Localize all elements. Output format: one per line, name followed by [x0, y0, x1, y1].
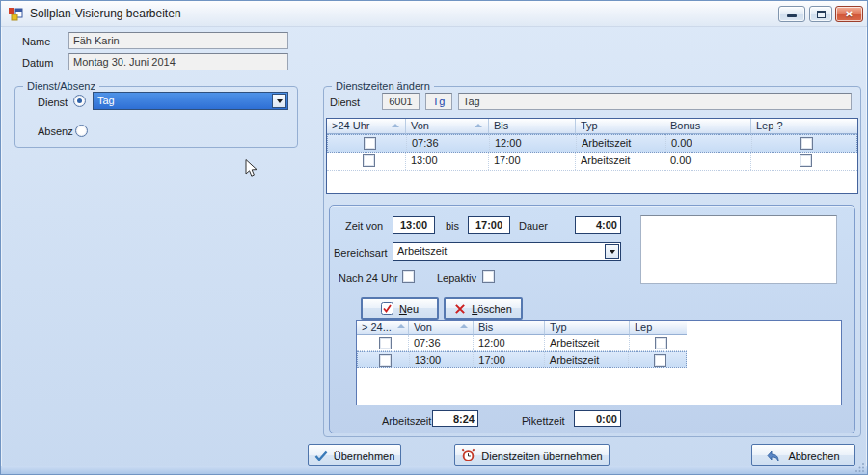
cell-bis: 17:00: [473, 352, 544, 367]
name-label: Name: [22, 36, 50, 47]
dienst-combobox-dropdown[interactable]: [272, 94, 286, 108]
cell-bonus: 0.00: [665, 153, 750, 170]
bereichsart-dropdown[interactable]: [605, 244, 619, 259]
bereichsart-combobox[interactable]: Arbeitszeit: [393, 242, 621, 261]
table-row[interactable]: 07:36 12:00 Arbeitszeit: [357, 335, 687, 351]
row-lep-checkbox[interactable]: [654, 354, 666, 367]
dienst-absenz-title: Dienst/Absenz: [23, 80, 99, 92]
table-row[interactable]: 07:36 12:00 Arbeitszeit 0.00: [327, 134, 857, 153]
datum-field: Montag 30. Juni 2014: [68, 53, 288, 70]
abbrechen-button[interactable]: Abbrechen: [751, 444, 855, 466]
col-header-von[interactable]: Von: [408, 321, 473, 335]
bereichsart-value: Arbeitszeit: [397, 244, 447, 259]
arbeitszeit-field: 8:24: [432, 410, 478, 427]
window-bottom-frame: [1, 466, 867, 474]
col-header-bis[interactable]: Bis: [488, 119, 575, 134]
cell-bis: 12:00: [489, 135, 576, 152]
cell-von: 07:36: [406, 135, 489, 152]
table-row[interactable]: 13:00 17:00 Arbeitszeit 0.00: [327, 153, 857, 171]
close-icon: ✕: [836, 9, 862, 19]
zeit-von-input[interactable]: 13:00: [393, 216, 435, 234]
dienstzeiten-table[interactable]: >24 Uhr Von Bis Typ Bonus Lep ? 07:36 12…: [326, 118, 858, 194]
col-header-lep[interactable]: Lep ?: [750, 119, 857, 134]
dienst-combobox[interactable]: Tag: [93, 92, 288, 110]
cell-typ: Arbeitszeit: [544, 335, 629, 350]
bis-input[interactable]: 17:00: [468, 216, 510, 234]
cell-von: 13:00: [409, 352, 474, 367]
dienst-radio-label: Dienst: [38, 97, 68, 108]
sort-asc-icon: [475, 124, 482, 127]
lepaktiv-label: Lepaktiv: [437, 272, 476, 284]
maximize-icon: [817, 11, 826, 18]
cell-bis: 17:00: [488, 153, 575, 170]
dienst-kurz-field: Tg: [425, 93, 452, 110]
table-header-row[interactable]: > 24... Von Bis Typ Lep: [357, 321, 841, 335]
lepaktiv-checkbox[interactable]: [482, 270, 495, 283]
dienst-field-label: Dienst: [330, 97, 360, 108]
table-row[interactable]: 13:00 17:00 Arbeitszeit: [357, 351, 687, 368]
dienstzeiten-uebernehmen-button[interactable]: Dienstzeiten übernehmen: [454, 444, 610, 466]
row-24uhr-checkbox[interactable]: [364, 137, 376, 150]
cell-bis: 12:00: [473, 335, 544, 350]
row-lep-checkbox[interactable]: [800, 137, 813, 150]
maximize-button[interactable]: [809, 6, 832, 22]
row-24-checkbox[interactable]: [379, 337, 392, 349]
col-header-bis[interactable]: Bis: [473, 321, 544, 335]
dropdown-arrow-icon: [610, 250, 615, 254]
memo-textbox[interactable]: [640, 215, 837, 284]
col-header-lep[interactable]: Lep: [629, 321, 687, 335]
title-bar[interactable]: Sollplan-Visierung bearbeiten ✕: [1, 1, 867, 27]
bereichsart-label: Bereichsart: [334, 247, 388, 259]
table-header-row[interactable]: >24 Uhr Von Bis Typ Bonus Lep ?: [327, 119, 857, 134]
nach24-checkbox[interactable]: [402, 270, 415, 283]
sort-asc-icon: [392, 124, 399, 127]
row-24-checkbox[interactable]: [379, 354, 392, 367]
sort-asc-icon: [397, 324, 405, 328]
absenz-radio-label: Absenz: [38, 126, 73, 137]
col-header-bonus[interactable]: Bonus: [665, 119, 750, 134]
row-24uhr-checkbox[interactable]: [363, 154, 375, 167]
close-button[interactable]: ✕: [835, 6, 863, 22]
undo-arrow-icon: [767, 449, 782, 462]
loeschen-button[interactable]: Löschen: [444, 297, 523, 320]
dienst-radio[interactable]: [73, 95, 86, 107]
dropdown-arrow-icon: [277, 99, 283, 103]
bis-label: bis: [446, 220, 459, 232]
name-field: Fäh Karin: [68, 32, 288, 49]
uebernehmen-button[interactable]: Übernehmen: [308, 444, 401, 466]
resize-grip[interactable]: [855, 462, 865, 472]
minimize-icon: [787, 14, 797, 17]
zeit-von-label: Zeit von: [345, 220, 383, 232]
cell-typ: Arbeitszeit: [575, 153, 665, 170]
dauer-label: Dauer: [519, 220, 548, 232]
red-x-icon: [454, 303, 466, 315]
col-header-24[interactable]: > 24...: [357, 321, 408, 335]
dienst-combobox-value: Tag: [97, 94, 115, 108]
row-lep-checkbox[interactable]: [655, 337, 667, 349]
neu-button[interactable]: Neu: [361, 297, 439, 320]
arbeitszeit-label: Arbeitszeit: [382, 415, 431, 427]
dienst-name-field: Tag: [458, 93, 852, 110]
col-header-24uhr[interactable]: >24 Uhr: [327, 119, 405, 134]
pikettzeit-label: Pikettzeit: [522, 415, 565, 427]
row-lep-checkbox[interactable]: [800, 154, 812, 167]
pikettzeit-field: 0:00: [574, 410, 621, 427]
dienst-code-field: 6001: [382, 93, 420, 110]
form-check-icon: [381, 302, 393, 315]
editor-table[interactable]: > 24... Von Bis Typ Lep 07:36 12:00 Arbe…: [356, 320, 842, 405]
absenz-radio[interactable]: [75, 125, 88, 137]
nach24-label: Nach 24 Uhr: [339, 272, 398, 284]
col-header-typ[interactable]: Typ: [544, 321, 629, 335]
col-header-typ[interactable]: Typ: [575, 119, 665, 134]
alarm-clock-icon: [461, 448, 475, 462]
dialog-window: Sollplan-Visierung bearbeiten ✕ Name Fäh…: [0, 0, 868, 475]
check-icon: [314, 450, 328, 461]
cell-bonus: 0.00: [665, 135, 751, 152]
minimize-button[interactable]: [778, 6, 805, 22]
cell-typ: Arbeitszeit: [544, 352, 628, 367]
cell-von: 07:36: [408, 335, 473, 350]
col-header-von[interactable]: Von: [405, 119, 488, 134]
dauer-field: 4:00: [575, 216, 621, 234]
datum-label: Datum: [22, 57, 53, 69]
cell-typ: Arbeitszeit: [576, 135, 665, 152]
